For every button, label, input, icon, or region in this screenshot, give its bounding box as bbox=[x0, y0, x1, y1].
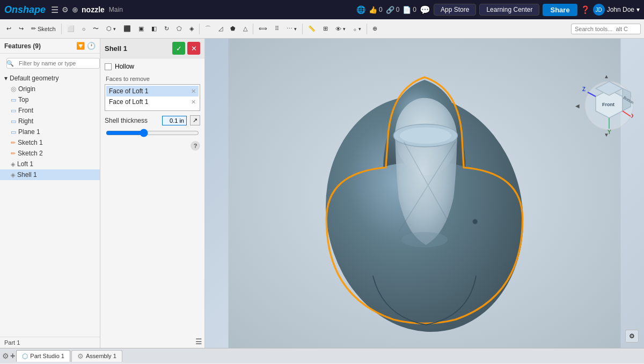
plane-icon-2: ▭ bbox=[11, 107, 16, 114]
revolve-icon: ↻ bbox=[164, 25, 169, 32]
shape-icon: ⬜ bbox=[67, 25, 75, 32]
hollow-checkbox[interactable] bbox=[105, 63, 112, 70]
chat-button[interactable]: 💬 bbox=[420, 5, 430, 15]
cube-nav-bottom[interactable]: ▼ bbox=[604, 132, 609, 138]
user-menu[interactable]: JD John Doe ▾ bbox=[593, 4, 640, 16]
help-button[interactable]: ? bbox=[191, 141, 200, 151]
cancel-button[interactable]: ✕ bbox=[187, 42, 200, 55]
pencil-icon: ✏ bbox=[31, 25, 36, 32]
sketch-button[interactable]: ✏ Sketch bbox=[28, 24, 59, 34]
tool-7[interactable]: ◧ bbox=[148, 24, 160, 34]
thickness-slider[interactable] bbox=[106, 129, 199, 137]
learning-center-button[interactable]: Learning Center bbox=[479, 4, 539, 16]
tool-more[interactable]: ⋯▾ bbox=[283, 24, 300, 34]
section-tool[interactable]: ⬦▾ bbox=[350, 24, 364, 34]
tree-item-sketch2[interactable]: ✏ Sketch 2 bbox=[0, 148, 100, 159]
tree-item-sketch1[interactable]: ✏ Sketch 1 bbox=[0, 137, 100, 148]
chevron-down-icon: ▾ bbox=[4, 75, 8, 82]
confirm-button[interactable]: ✓ bbox=[172, 42, 185, 55]
history-icon[interactable]: 🕐 bbox=[87, 42, 96, 50]
tree-item-top[interactable]: ▭ Top bbox=[0, 94, 100, 105]
part-label: Part 1 bbox=[0, 337, 100, 348]
thickness-unit-button[interactable]: ↗ bbox=[190, 115, 200, 125]
measure-tool[interactable]: 📏 bbox=[305, 24, 319, 34]
tool-3[interactable]: 〜 bbox=[90, 23, 102, 34]
faces-label: Faces to remove bbox=[105, 76, 200, 82]
tree-item-front[interactable]: ▭ Front bbox=[0, 105, 100, 116]
header-icons: 🔽 🕐 bbox=[76, 42, 96, 50]
tool-10[interactable]: ◈ bbox=[186, 24, 197, 34]
face-2-label: Face of Loft 1 bbox=[109, 98, 148, 106]
pattern-icon: ⠿ bbox=[275, 25, 279, 32]
links-stat: 🔗 0 bbox=[386, 6, 400, 14]
settings-icon[interactable]: ⚙ bbox=[62, 5, 69, 14]
tool-9[interactable]: ⬠ bbox=[173, 24, 185, 34]
tab-part-studio-label: Part Studio 1 bbox=[30, 353, 64, 359]
chamfer-icon: ◿ bbox=[218, 25, 223, 32]
add-feature-button[interactable]: ⊕ bbox=[369, 24, 380, 34]
search-tools-input[interactable] bbox=[571, 24, 641, 34]
default-geometry-group[interactable]: ▾ Default geometry bbox=[0, 73, 100, 84]
toolbar-separator-5 bbox=[367, 24, 367, 34]
gear-icon-bottom[interactable]: ⚙ bbox=[2, 352, 9, 360]
thickness-input[interactable] bbox=[162, 116, 187, 125]
orientation-cube[interactable]: Y X Z Front Bottom ▲ ▼ ◀ bbox=[580, 76, 633, 135]
docs-stat: 📄 0 bbox=[402, 6, 416, 14]
tab-assembly-1[interactable]: ⚙ Assembly 1 bbox=[71, 350, 122, 362]
document-branch: Main bbox=[109, 6, 123, 13]
tool-14[interactable]: △ bbox=[240, 24, 251, 34]
tree-item-origin[interactable]: ◎ Origin bbox=[0, 84, 100, 94]
cube-nav-overlay[interactable]: ▲ ▼ ◀ bbox=[580, 76, 633, 135]
mirror-icon: ⟺ bbox=[259, 25, 267, 32]
face-item-2[interactable]: Face of Loft 1 ✕ bbox=[106, 96, 199, 107]
cube-nav-top[interactable]: ▲ bbox=[604, 73, 609, 79]
tab-part-studio-1[interactable]: ⬡ Part Studio 1 bbox=[16, 350, 70, 362]
list-view-button[interactable]: ☰ bbox=[195, 337, 202, 346]
face-item-1[interactable]: Face of Loft 1 ✕ bbox=[106, 86, 199, 96]
tool-6[interactable]: ▣ bbox=[135, 24, 147, 34]
add-feature-icon[interactable]: ⊕ bbox=[72, 5, 78, 14]
tool-13[interactable]: ⬟ bbox=[227, 24, 239, 34]
thickness-label: Shell thickness bbox=[105, 117, 159, 124]
undo-button[interactable]: ↩ bbox=[3, 24, 14, 34]
help-button[interactable]: ❓ bbox=[581, 5, 590, 14]
display-tool[interactable]: ⊞ bbox=[320, 24, 331, 34]
tool-5[interactable]: ⬛ bbox=[120, 24, 134, 34]
hex-icon: ⬡ bbox=[106, 25, 112, 32]
plane-icon-4: ▭ bbox=[11, 129, 16, 136]
tree-item-plane1[interactable]: ▭ Plane 1 bbox=[0, 127, 100, 137]
app-store-button[interactable]: App Store bbox=[434, 4, 476, 16]
tool-12[interactable]: ◿ bbox=[215, 24, 226, 34]
tool-8[interactable]: ↻ bbox=[161, 24, 172, 34]
cube-nav-left[interactable]: ◀ bbox=[575, 103, 580, 109]
tree-item-shell1[interactable]: ◈ Shell 1 bbox=[0, 169, 100, 180]
view-settings-button[interactable]: ⚙ bbox=[625, 330, 639, 343]
bottom-tab-bar: ⚙ + ⬡ Part Studio 1 ⚙ Assembly 1 bbox=[0, 348, 644, 363]
view-tool[interactable]: 👁▾ bbox=[332, 24, 349, 34]
shell-dialog: Shell 1 ✓ ✕ Hollow Faces to remove Face … bbox=[100, 39, 205, 348]
tool-4[interactable]: ⬡▾ bbox=[103, 24, 119, 34]
filter-icon[interactable]: 🔽 bbox=[76, 42, 85, 50]
tool-16[interactable]: ⠿ bbox=[272, 24, 282, 34]
3d-viewport[interactable]: Y X Z Front Bottom ▲ ▼ ◀ ⚙ bbox=[205, 39, 644, 348]
remove-face-1-icon[interactable]: ✕ bbox=[191, 88, 196, 95]
redo-button[interactable]: ↪ bbox=[16, 24, 27, 34]
tree-item-right[interactable]: ▭ Right bbox=[0, 116, 100, 127]
hollow-row: Hollow bbox=[105, 63, 200, 70]
share-button[interactable]: Share bbox=[543, 4, 577, 16]
tree-item-loft1[interactable]: ◈ Loft 1 bbox=[0, 159, 100, 169]
add-tab-button[interactable]: + bbox=[10, 351, 15, 361]
tool-15[interactable]: ⟺ bbox=[255, 24, 270, 34]
tool-2[interactable]: ○ bbox=[79, 24, 89, 34]
help-row: ? bbox=[105, 141, 200, 151]
tool-1[interactable]: ⬜ bbox=[64, 24, 78, 34]
feature-filter-input[interactable] bbox=[6, 58, 100, 69]
svg-point-6 bbox=[401, 232, 448, 248]
tool-11[interactable]: ⌒ bbox=[202, 23, 214, 34]
remove-face-2-icon[interactable]: ✕ bbox=[191, 99, 196, 106]
menu-button[interactable]: ☰ bbox=[51, 5, 58, 15]
plus-icon: ⊕ bbox=[372, 25, 377, 32]
draft-icon: △ bbox=[243, 25, 247, 32]
curve-icon: 〜 bbox=[93, 25, 99, 33]
dialog-header: Shell 1 ✓ ✕ bbox=[100, 39, 204, 58]
